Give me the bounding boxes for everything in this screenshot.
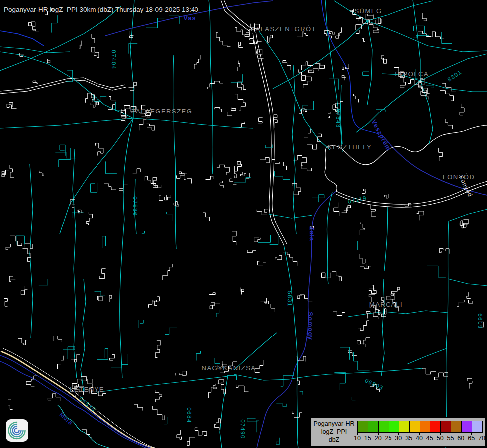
map-canvas[interactable] (0, 0, 487, 448)
legend-product-name: logZ_PPI (311, 428, 357, 436)
road-number-5831: 5831 (287, 291, 292, 307)
road-network (0, 0, 487, 448)
dbz-swatch-65-70 (472, 421, 482, 432)
city-label-sumeg: SÜMEG (354, 7, 382, 15)
dbz-swatch-15-20 (368, 421, 379, 432)
dbz-swatch-45-50 (430, 421, 441, 432)
spiral-icon (6, 419, 28, 442)
city-label-letenye: LETENYE (70, 386, 104, 393)
county-label-somogy: Somogy (307, 312, 314, 340)
tick-label-35: 35 (405, 435, 412, 442)
dbz-swatch-35-40 (410, 421, 420, 432)
tick-label-45: 45 (426, 435, 433, 442)
city-label-zalaszentgrot: ZALASZENTGRÓT (251, 25, 316, 33)
city-label-marcali: MARCALI (369, 301, 403, 308)
tick-label-10: 10 (354, 435, 361, 442)
dbz-color-scale (357, 421, 483, 433)
minor-road-stubs (16, 15, 452, 444)
legend-unit: dbZ (311, 436, 357, 444)
dbz-swatch-30-35 (399, 421, 410, 432)
legend-radar-name: Poganyvar-HR (311, 420, 357, 428)
tick-label-60: 60 (457, 435, 464, 442)
road-number-6619: 6619 (477, 313, 483, 329)
county-label-vas: Vas (183, 14, 195, 22)
tick-label-65: 65 (468, 435, 475, 442)
tick-label-25: 25 (385, 435, 392, 442)
dbz-swatch-20-25 (379, 421, 389, 432)
county-borders (105, 1, 487, 448)
radar-spiral-logo[interactable] (6, 419, 28, 442)
radar-title: Poganyvar-HR logZ_PPI 30km (dbZ) Thursda… (4, 6, 198, 13)
tick-label-50: 50 (437, 435, 444, 442)
road-number-07490: 07490 (240, 419, 246, 439)
lake-balaton-shore (325, 125, 487, 207)
radar-map-screen: Poganyvar-HR logZ_PPI 30km (dbZ) Thursda… (0, 0, 487, 448)
tick-label-40: 40 (416, 435, 423, 442)
tick-label-20: 20 (375, 435, 382, 442)
legend-title-block: Poganyvar-HR logZ_PPI dbZ (311, 420, 357, 444)
dbz-swatch-55-60 (451, 421, 462, 432)
dbz-legend: Poganyvar-HR logZ_PPI dbZ (310, 417, 486, 447)
tick-label-15: 15 (364, 435, 371, 442)
county-label-zala: Zala (308, 226, 316, 241)
dbz-swatch-50-55 (441, 421, 451, 432)
tick-label-30: 30 (395, 435, 402, 442)
road-number-07343: 07343 (335, 109, 341, 128)
city-label-zalaegerszeg: ZALAEGERSZEG (131, 108, 193, 115)
dbz-swatch-60-65 (462, 421, 472, 432)
road-number-07404: 07404 (111, 50, 117, 69)
city-label-tapolca: TAPOLCA (394, 70, 429, 78)
dbz-swatch-10-15 (358, 421, 368, 432)
road-number-0684: 0684 (186, 407, 192, 423)
city-label-keszthely: KESZTHELY (328, 143, 372, 151)
tick-label-55: 55 (447, 435, 454, 442)
dbz-swatch-25-30 (389, 421, 399, 432)
dbz-swatch-40-45 (420, 421, 431, 432)
city-label-nagykanizsa: NAGYKANIZSA (202, 364, 256, 372)
border-stream-cyan (58, 405, 110, 448)
tick-label-70: 70 (478, 435, 485, 442)
road-number-07536: 07536 (132, 196, 138, 216)
